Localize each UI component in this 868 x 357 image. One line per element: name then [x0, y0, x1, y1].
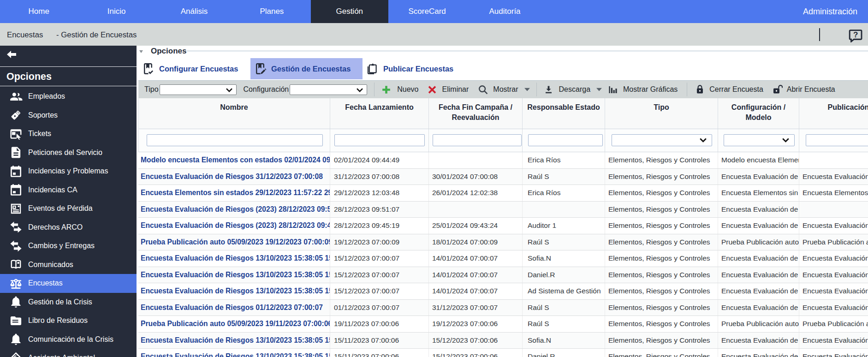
- svg-text:?: ?: [853, 30, 858, 39]
